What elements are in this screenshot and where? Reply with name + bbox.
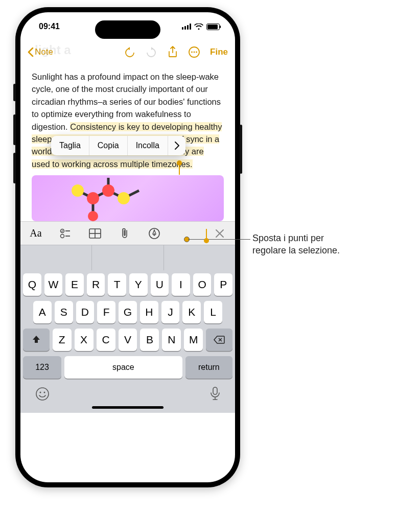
dynamic-island xyxy=(95,20,160,39)
redo-button[interactable] xyxy=(143,43,160,61)
more-button[interactable] xyxy=(185,43,203,61)
svg-point-5 xyxy=(87,192,99,204)
key-numbers[interactable]: 123 xyxy=(23,356,61,379)
svg-rect-21 xyxy=(213,387,217,394)
markup-button[interactable] xyxy=(147,226,161,241)
share-button[interactable] xyxy=(164,43,181,61)
done-button[interactable]: Fine xyxy=(210,47,228,57)
key-d[interactable]: D xyxy=(76,301,95,323)
wifi-icon xyxy=(194,24,203,30)
svg-point-6 xyxy=(102,184,114,197)
power-button xyxy=(240,125,242,174)
attachment-button[interactable] xyxy=(118,226,132,241)
key-v[interactable]: V xyxy=(119,329,137,351)
checklist-icon xyxy=(60,228,71,239)
ellipsis-circle-icon xyxy=(188,46,200,58)
key-s[interactable]: S xyxy=(55,301,73,323)
chevron-right-icon xyxy=(174,142,179,150)
key-h[interactable]: H xyxy=(140,301,158,323)
iphone-frame: 09:41 light a Note xyxy=(15,7,240,487)
side-button xyxy=(13,84,16,101)
suggestion-bar xyxy=(20,245,235,270)
key-c[interactable]: C xyxy=(97,329,115,351)
key-u[interactable]: U xyxy=(151,273,169,296)
molecule-icon xyxy=(47,175,149,221)
suggestion-2[interactable] xyxy=(92,245,164,270)
edit-context-menu: Taglia Copia Incolla xyxy=(51,136,185,155)
svg-point-11 xyxy=(61,234,64,238)
svg-point-17 xyxy=(154,233,155,235)
key-row-1: Q W E R T Y U I O P xyxy=(23,273,232,296)
selection-handle-end[interactable] xyxy=(204,236,209,245)
key-g[interactable]: G xyxy=(119,301,137,323)
close-icon xyxy=(215,229,224,238)
suggestion-1[interactable] xyxy=(20,245,92,270)
key-y[interactable]: Y xyxy=(129,273,148,296)
key-e[interactable]: E xyxy=(65,273,84,296)
dictation-button[interactable] xyxy=(210,387,220,401)
key-backspace[interactable] xyxy=(206,329,232,351)
keyboard: Q W E R T Y U I O P A S D F G H J K L xyxy=(20,270,235,413)
close-format-bar-button[interactable] xyxy=(213,226,227,241)
menu-copy[interactable]: Copia xyxy=(89,136,128,155)
key-return[interactable]: return xyxy=(185,356,232,379)
paperclip-icon xyxy=(120,227,130,240)
key-a[interactable]: A xyxy=(33,301,52,323)
key-k[interactable]: K xyxy=(182,301,201,323)
selection-handle-start[interactable] xyxy=(177,158,182,168)
key-row-4: 123 space return xyxy=(23,356,232,379)
title-ghost: light a xyxy=(35,43,71,57)
key-p[interactable]: P xyxy=(214,273,232,296)
key-x[interactable]: X xyxy=(75,329,94,351)
shift-icon xyxy=(32,335,41,344)
key-z[interactable]: Z xyxy=(53,329,72,351)
text-format-button[interactable]: Aa xyxy=(29,226,43,241)
suggestion-3[interactable] xyxy=(164,245,235,270)
status-time: 09:41 xyxy=(39,22,60,31)
svg-point-8 xyxy=(88,211,98,221)
chevron-left-icon xyxy=(28,48,34,57)
emoji-button[interactable] xyxy=(35,387,50,401)
key-l[interactable]: L xyxy=(204,301,222,323)
svg-point-1 xyxy=(191,52,193,53)
home-indicator[interactable] xyxy=(92,406,164,409)
mic-icon xyxy=(210,387,220,401)
svg-point-20 xyxy=(44,392,45,393)
key-t[interactable]: T xyxy=(108,273,126,296)
share-icon xyxy=(168,46,178,58)
note-image[interactable] xyxy=(32,175,224,221)
key-row-2: A S D F G H J K L xyxy=(23,301,232,323)
volume-up-button xyxy=(13,114,16,145)
menu-cut[interactable]: Taglia xyxy=(51,136,89,155)
callout-leader-line xyxy=(188,239,250,240)
emoji-icon xyxy=(35,387,50,401)
undo-icon xyxy=(124,46,135,58)
key-row-3: Z X C V B N M xyxy=(23,329,232,351)
menu-paste[interactable]: Incolla xyxy=(128,136,168,155)
key-o[interactable]: O xyxy=(193,273,212,296)
callout-text: Sposta i punti per regolare la selezione… xyxy=(252,232,340,257)
redo-icon xyxy=(146,46,157,58)
table-icon xyxy=(89,228,101,239)
undo-button[interactable] xyxy=(121,43,138,61)
key-f[interactable]: F xyxy=(97,301,115,323)
key-i[interactable]: I xyxy=(172,273,190,296)
svg-point-19 xyxy=(40,392,41,393)
svg-point-18 xyxy=(36,388,49,400)
table-button[interactable] xyxy=(88,226,102,241)
key-m[interactable]: M xyxy=(184,329,203,351)
key-w[interactable]: W xyxy=(44,273,63,296)
key-j[interactable]: J xyxy=(161,301,180,323)
key-n[interactable]: N xyxy=(162,329,181,351)
key-r[interactable]: R xyxy=(87,273,105,296)
volume-down-button xyxy=(13,153,16,183)
key-q[interactable]: Q xyxy=(23,273,41,296)
backspace-icon xyxy=(214,336,225,344)
cellular-icon xyxy=(182,24,191,30)
key-b[interactable]: B xyxy=(140,329,159,351)
key-space[interactable]: space xyxy=(64,356,182,379)
checklist-button[interactable] xyxy=(58,226,73,241)
key-shift[interactable] xyxy=(23,329,50,351)
menu-more[interactable] xyxy=(168,136,185,155)
pen-tip-icon xyxy=(149,228,160,239)
